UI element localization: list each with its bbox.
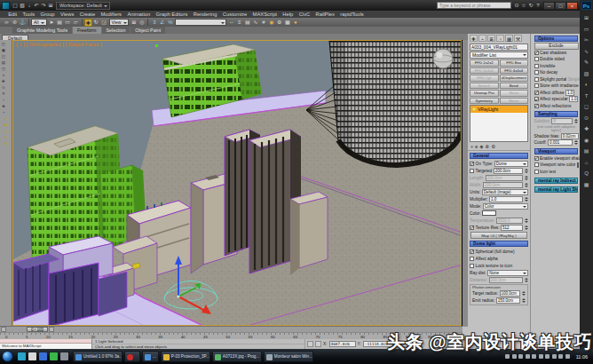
- pivot-tool-icon[interactable]: ⊞: [130, 19, 138, 27]
- selection-lock-icon[interactable]: [307, 341, 313, 347]
- workspace-dropdown[interactable]: Workspace: Default: [56, 2, 110, 10]
- wire-color-checkbox[interactable]: [534, 162, 539, 167]
- absolute-offset-toggle-icon[interactable]: [315, 341, 321, 347]
- ribbon-tab[interactable]: Selection: [102, 27, 130, 34]
- quick-launch-icon[interactable]: [18, 352, 26, 360]
- stack-tool-icon[interactable]: ◈: [479, 144, 483, 149]
- rollout-sampling[interactable]: Sampling: [534, 111, 578, 117]
- quick-access-icon[interactable]: ↶: [33, 2, 40, 10]
- menu-item[interactable]: MAXScript: [249, 12, 280, 17]
- window-control-button[interactable]: □: [555, 2, 566, 10]
- menu-item[interactable]: Edit: [5, 12, 20, 17]
- quick-launch-icon[interactable]: [60, 352, 68, 360]
- modifier-button[interactable]: FFD 4x4x4: [500, 67, 529, 75]
- ribbon-tab[interactable]: Freeform: [73, 27, 101, 34]
- tray-icon[interactable]: [526, 354, 530, 359]
- infocenter-icon[interactable]: ?: [534, 2, 542, 10]
- modifier-button[interactable]: Bend: [500, 83, 529, 90]
- invisible-checkbox[interactable]: [534, 64, 539, 68]
- stack-tool-icon[interactable]: ⌖: [470, 144, 473, 149]
- tray-icon[interactable]: [518, 354, 523, 359]
- snap-toggle-icon[interactable]: ∠: [158, 19, 166, 27]
- taskbar-clock[interactable]: 11:06: [572, 354, 591, 360]
- photoshop-tool-icon[interactable]: ◉: [581, 135, 592, 146]
- shadow-bias-field[interactable]: 0.02cm: [561, 133, 579, 139]
- modifier-button[interactable]: Unwrap Pro: [470, 90, 499, 97]
- mode-dropdown[interactable]: Color: [483, 203, 528, 210]
- quick-access-icon[interactable]: ↓: [26, 2, 33, 10]
- snap-toggle-icon[interactable]: 3: [150, 19, 158, 27]
- res-field[interactable]: 512: [501, 225, 522, 231]
- tray-icon[interactable]: [505, 354, 510, 359]
- window-control-button[interactable]: ×: [566, 2, 578, 10]
- modifier-button[interactable]: FFD 2x2x2: [470, 59, 499, 67]
- start-button[interactable]: [2, 351, 13, 362]
- modifier-button[interactable]: Mirror: [500, 98, 529, 105]
- menu-item[interactable]: Views: [58, 12, 77, 17]
- left-toolbar-icon[interactable]: ⌗: [1, 72, 6, 78]
- quick-access-icon[interactable]: ▧: [19, 2, 26, 10]
- link-tool-icon[interactable]: ⚓: [19, 19, 27, 27]
- spherical-checkbox[interactable]: [470, 249, 474, 254]
- store-irradiance-checkbox[interactable]: [534, 83, 539, 88]
- menu-item[interactable]: CivC: [296, 12, 312, 17]
- rollout-options[interactable]: Options: [534, 36, 578, 42]
- select-tool-icon[interactable]: ▤: [56, 19, 64, 27]
- photoshop-tool-icon[interactable]: ▨: [581, 68, 592, 80]
- toolbar-icon[interactable]: #: [259, 19, 267, 27]
- quick-access-icon[interactable]: ▢: [12, 2, 19, 10]
- named-selection-set-field[interactable]: [175, 19, 226, 26]
- no-decay-checkbox[interactable]: [534, 70, 539, 75]
- command-panel-tab-icon[interactable]: ✚: [470, 35, 478, 42]
- menu-item[interactable]: rapidTools: [337, 12, 367, 17]
- modifier-button[interactable]: Stretch: [470, 83, 499, 90]
- photoshop-tool-icon[interactable]: Q: [581, 168, 592, 179]
- units-dropdown[interactable]: Default (image): [482, 189, 528, 195]
- x-coordinate-field[interactable]: 4607.0cm: [329, 341, 356, 347]
- photoshop-tool-icon[interactable]: T: [581, 91, 592, 102]
- lock-texture-checkbox[interactable]: [470, 264, 474, 268]
- target-radius-field[interactable]: 100.0cm: [500, 290, 520, 297]
- infocenter-icon[interactable]: ☆: [520, 2, 527, 10]
- rollout-viewport[interactable]: Viewport: [534, 148, 578, 154]
- stack-item-vraylight[interactable]: VRayLight: [470, 106, 527, 113]
- command-panel-tab-icon[interactable]: ⚒: [514, 35, 522, 42]
- toolbar-icon[interactable]: ⚙: [275, 19, 283, 27]
- cylinder-tower[interactable]: [329, 41, 461, 165]
- tray-icon[interactable]: [532, 354, 536, 359]
- menu-item[interactable]: Tools: [20, 12, 37, 17]
- toolbar-icon[interactable]: ◉: [267, 19, 275, 27]
- cutoff-field[interactable]: 0.001: [548, 139, 573, 146]
- photoshop-tool-icon[interactable]: ✚: [581, 123, 592, 135]
- modifier-stack[interactable]: VRayLight: [470, 105, 528, 142]
- selection-filter-dropdown[interactable]: All: [31, 19, 47, 26]
- reference-coordinate-dropdown[interactable]: View: [109, 19, 130, 26]
- photoshop-tool-icon[interactable]: ⊞: [581, 12, 592, 24]
- photoshop-tool-icon[interactable]: ◻: [581, 101, 592, 113]
- select-tool-icon[interactable]: ▭: [64, 19, 72, 27]
- viewport-label[interactable]: [ + ] [ Orthographic ] [ Edged Faces ]: [16, 42, 102, 47]
- left-toolbar-icon[interactable]: ◆: [1, 122, 11, 128]
- left-toolbar-icon[interactable]: ◱: [1, 53, 6, 59]
- left-toolbar-icon[interactable]: ■: [1, 140, 11, 146]
- photoshop-logo[interactable]: Ps: [581, 1, 592, 10]
- spinner[interactable]: [574, 139, 579, 146]
- rollout-general[interactable]: General: [470, 153, 528, 159]
- affect-diffuse-checkbox[interactable]: [534, 91, 539, 95]
- transform-tool-icon[interactable]: ↻: [92, 19, 100, 27]
- photoshop-tool-icon[interactable]: ▦: [581, 179, 592, 191]
- command-panel-tab-icon[interactable]: ⌁: [478, 35, 486, 42]
- targeted-checkbox[interactable]: [470, 169, 474, 173]
- texture-checkbox[interactable]: [470, 226, 474, 230]
- affect-specular-checkbox[interactable]: [534, 97, 539, 101]
- multiplier-field[interactable]: 1.0: [489, 196, 522, 202]
- photoshop-tool-icon[interactable]: ✂: [581, 35, 592, 46]
- menu-item[interactable]: Rendering: [191, 12, 220, 17]
- light-color-swatch[interactable]: [482, 210, 496, 216]
- stack-tool-icon[interactable]: ≡: [475, 144, 478, 149]
- menu-item[interactable]: Graph Editors: [153, 12, 190, 17]
- ribbon-tab[interactable]: Object Paint: [130, 27, 165, 34]
- command-panel-tab-icon[interactable]: ▦: [505, 35, 513, 42]
- left-toolbar-icon[interactable]: ◳: [1, 66, 6, 72]
- photoshop-tool-icon[interactable]: ∿: [581, 46, 592, 58]
